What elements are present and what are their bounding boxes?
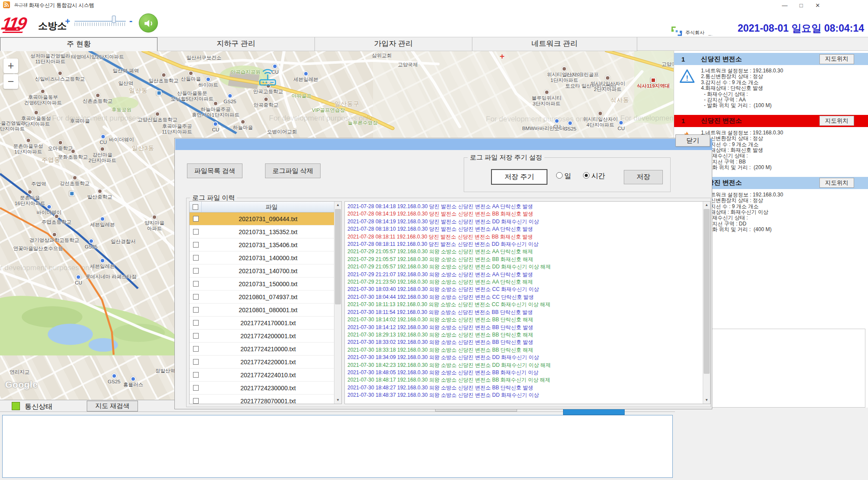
file-row[interactable]: 20210731_135406.txt xyxy=(190,238,334,251)
map-label: 경기영상과학고등학교 xyxy=(29,232,79,243)
file-row[interactable]: 20217724224010.txt xyxy=(190,369,334,382)
file-checkbox[interactable] xyxy=(193,294,199,300)
file-checkbox[interactable] xyxy=(193,385,199,391)
map-position-button[interactable]: 지도위치 xyxy=(819,116,854,126)
file-checkbox[interactable] xyxy=(193,307,199,313)
speaker-button[interactable] xyxy=(139,13,158,33)
home-icon xyxy=(152,215,157,220)
file-checkbox[interactable] xyxy=(193,398,199,404)
file-name: 20210731_150000.txt xyxy=(202,281,334,287)
file-row[interactable]: 20210731_090444.txt xyxy=(190,212,334,225)
file-checkbox[interactable] xyxy=(193,320,199,326)
map-label: 블루밍위시티3단지아파트 xyxy=(532,90,562,107)
save-period-groupbox: 로그 파일 저장 주기 설정 저장 주기 일 시간 저장 xyxy=(464,157,671,192)
log-line: 2021-07-30 18:42:23 192.168.0.30 의왕 소방소 … xyxy=(347,362,701,369)
minimize-icon[interactable]: — xyxy=(776,0,793,12)
app-icon xyxy=(3,1,10,8)
router-device-icon[interactable] xyxy=(257,67,278,90)
alert-detail-line: 4.화재상태 : 단락신호 발생 xyxy=(701,85,866,91)
log-line: 2021-07-28 08:14:19 192.168.0.30 당진 발전소 … xyxy=(347,218,701,225)
file-row[interactable]: 20217724220001.txt xyxy=(190,356,334,369)
alert-detail-line: - 감지선 구역 : DD xyxy=(701,221,866,227)
file-row[interactable]: 20217724200001.txt xyxy=(190,330,334,343)
file-checkbox[interactable] xyxy=(193,216,199,222)
map-watermark: For development purposes only xyxy=(0,264,95,272)
tab-네트워크 관리[interactable]: 네트워크 관리 xyxy=(472,37,637,51)
scroll-down-icon[interactable]: ▼ xyxy=(334,397,341,404)
file-checkbox[interactable] xyxy=(193,242,199,248)
file-row[interactable]: 20217724230000.txt xyxy=(190,382,334,395)
file-row[interactable]: 20210731_150000.txt xyxy=(190,278,334,291)
log-line: 2021-07-29 21:05:57 192.168.0.30 의왕 소방소 … xyxy=(347,248,701,255)
map-position-button[interactable]: 지도위치 xyxy=(819,54,854,64)
tab-주 현황[interactable]: 주 현황 xyxy=(0,37,157,51)
log-line: 2021-07-30 18:29:13 192.168.0.30 의왕 소방소 … xyxy=(347,331,701,339)
file-table-scrollbar[interactable]: ▲ ▼ xyxy=(334,202,341,404)
map-position-button[interactable]: 지도위치 xyxy=(819,178,854,188)
file-checkbox[interactable] xyxy=(193,333,199,339)
file-checkbox[interactable] xyxy=(193,346,199,352)
cart-icon xyxy=(100,258,105,263)
map-zoom-in-button[interactable]: + xyxy=(3,59,18,73)
select-all-checkbox[interactable] xyxy=(193,204,198,210)
maximize-icon[interactable]: □ xyxy=(793,0,809,12)
file-checkbox[interactable] xyxy=(193,281,199,287)
log-scrollbar[interactable]: ▲ ▼ xyxy=(703,202,710,404)
map-watermark: For development purposes only xyxy=(620,114,674,123)
log-line: 2021-07-30 18:33:18 192.168.0.30 의왕 소방소 … xyxy=(347,346,701,354)
scroll-up-icon[interactable]: ▲ xyxy=(703,202,710,209)
dialog-titlebar[interactable] xyxy=(175,139,712,150)
radio-hour[interactable] xyxy=(583,172,590,179)
scroll-up-icon[interactable]: ▲ xyxy=(334,202,341,209)
file-table: 파일 20210731_090444.txt20210731_135352.tx… xyxy=(189,201,342,404)
map-label: 일산역 폐역 xyxy=(113,68,139,74)
dialog-close-button[interactable]: 닫기 xyxy=(675,134,710,147)
volume-slider[interactable] xyxy=(75,21,126,22)
map-plus-marker: + xyxy=(500,52,504,61)
file-row[interactable]: 20217724170001.txt xyxy=(190,317,334,330)
tab-지하구 관리[interactable]: 지하구 관리 xyxy=(157,37,315,51)
file-checkbox[interactable] xyxy=(193,255,199,261)
file-row[interactable]: 20210731_140000.txt xyxy=(190,251,334,264)
save-button[interactable]: 저장 xyxy=(624,170,663,184)
event-output-box[interactable] xyxy=(2,415,673,478)
log-file-delete-button[interactable]: 로그파일 삭제 xyxy=(265,163,321,178)
volume-down-icon[interactable]: - xyxy=(129,15,132,26)
home-icon xyxy=(188,71,193,76)
station-icon xyxy=(157,91,162,96)
file-checkbox[interactable] xyxy=(193,268,199,274)
logo-119: 119 xyxy=(2,14,39,34)
save-cycle-button[interactable]: 저장 주기 xyxy=(491,169,547,185)
file-row[interactable]: 20210801_080001.txt xyxy=(190,304,334,317)
file-row[interactable]: 20210801_074937.txt xyxy=(190,291,334,304)
volume-slider-thumb[interactable] xyxy=(112,16,116,23)
file-checkbox[interactable] xyxy=(193,359,199,365)
scroll-down-icon[interactable]: ▼ xyxy=(703,397,710,404)
file-row[interactable]: 20210731_140700.txt xyxy=(190,264,334,278)
radio-day[interactable] xyxy=(556,172,563,179)
map-label: 홈플러스 xyxy=(123,376,143,388)
map-zoom-out-button[interactable]: − xyxy=(3,74,18,89)
log-line: 2021-07-30 18:04:44 192.168.0.30 의왕 소방소 … xyxy=(347,294,701,301)
alert-detail-line: 4.화재상태 : 화재수신기 이상 xyxy=(701,209,866,215)
tab-가입자 관리[interactable]: 가입자 관리 xyxy=(315,37,472,51)
file-row[interactable]: 20217724210000.txt xyxy=(190,343,334,356)
file-checkbox[interactable] xyxy=(193,229,199,235)
file-list-search-button[interactable]: 파일목록 검색 xyxy=(187,163,242,178)
map-label: 문촌마을16단지아파트 xyxy=(15,189,45,206)
close-icon[interactable]: ✕ xyxy=(809,0,826,12)
file-row[interactable]: 20217728070001.txt xyxy=(190,395,334,404)
log-scroll-thumb[interactable] xyxy=(704,209,710,374)
datetime-display: 2021-08-01 일요일 08:04:14 xyxy=(711,22,864,35)
file-name: 20210731_140000.txt xyxy=(202,255,334,261)
alert-detail-line: 4.화재상태 : 화재신호 발생 xyxy=(701,147,866,153)
file-checkbox[interactable] xyxy=(193,372,199,378)
map-rescan-button[interactable]: 지도 재검색 xyxy=(87,401,138,411)
file-scroll-thumb[interactable] xyxy=(335,209,341,304)
map-label: 성저마을건영빌라11단지아파트 xyxy=(30,53,70,65)
bottom-area xyxy=(0,412,868,480)
log-view[interactable]: 2021-07-28 08:14:18 192.168.0.30 당진 발전소 … xyxy=(344,201,711,404)
file-row[interactable]: 20210731_135352.txt xyxy=(190,225,334,238)
alert-card-header: 1신당진 변전소지도위치 xyxy=(674,115,868,127)
volume-up-icon[interactable]: + xyxy=(65,16,70,26)
